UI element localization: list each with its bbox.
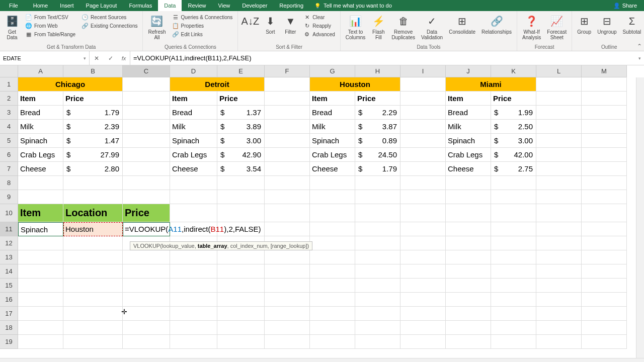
cell-B5[interactable]: $1.47 [63,134,123,148]
col-header-G[interactable]: G [310,65,355,77]
cell-F11[interactable] [265,222,310,236]
cell-K19[interactable] [491,335,536,349]
cell-A17[interactable] [18,307,63,321]
collapse-ribbon-button[interactable]: ⌃ [637,43,642,50]
cell-K10[interactable] [491,204,536,222]
cell-B17[interactable] [63,307,123,321]
cell-G6[interactable]: Crab Legs [310,148,355,162]
cell-E4[interactable]: $3.89 [217,120,265,134]
cell-I12[interactable] [400,236,446,250]
cell-B10[interactable]: Location [63,204,123,222]
cell-I3[interactable] [400,106,446,120]
cell-B2[interactable]: Price [63,92,123,106]
cell-C8[interactable] [123,176,170,190]
row-header-7[interactable]: 7 [0,162,18,176]
from-text-csv-button[interactable]: 📄From Text/CSV [23,13,77,21]
cell-B15[interactable] [63,279,123,293]
cell-K5[interactable]: $3.00 [491,134,536,148]
existing-connections-button[interactable]: 🔗Existing Connections [79,22,139,30]
cell-A7[interactable]: Cheese [18,162,63,176]
cell-D19[interactable] [170,335,217,349]
col-header-B[interactable]: B [63,65,123,77]
cell-E16[interactable] [217,293,265,307]
cell-G16[interactable] [310,293,355,307]
cell-E19[interactable] [217,335,265,349]
cell-H13[interactable] [355,250,400,264]
cell-H2[interactable]: Price [355,92,400,106]
cell-H19[interactable] [355,335,400,349]
cell-H12[interactable] [355,236,400,250]
cell-M11[interactable] [582,222,627,236]
spreadsheet[interactable]: ABCDEFGHIJKLM 12345678910111213141516171… [0,65,644,358]
cell-H15[interactable] [355,279,400,293]
name-box[interactable]: EDATE [0,51,90,65]
col-header-F[interactable]: F [265,65,310,77]
queries-button[interactable]: ☰Queries & Connections [170,13,235,21]
cell-A2[interactable]: Item [18,92,63,106]
cell-E17[interactable] [217,307,265,321]
cell-I7[interactable] [400,162,446,176]
cell-L8[interactable] [536,176,582,190]
cell-D9[interactable] [170,190,217,204]
cell-E3[interactable]: $1.37 [217,106,265,120]
cell-C9[interactable] [123,190,170,204]
row-header-12[interactable]: 12 [0,236,18,250]
cell-C16[interactable] [123,293,170,307]
cell-A16[interactable] [18,293,63,307]
remove-duplicates-button[interactable]: 🗑Remove Duplicates [389,13,417,41]
cell-C11[interactable]: =VLOOKUP(A11,indirect(B11),2,FALSE) [123,222,170,236]
row-header-1[interactable]: 1 [0,77,18,92]
row-header-3[interactable]: 3 [0,106,18,120]
cell-D14[interactable] [170,264,217,279]
cell-L17[interactable] [536,307,582,321]
cell-A18[interactable] [18,321,63,335]
cell-F17[interactable] [265,307,310,321]
cell-J18[interactable] [446,321,491,335]
group-button[interactable]: ⊞Group [575,13,593,36]
row-header-8[interactable]: 8 [0,176,18,190]
cell-C17[interactable] [123,307,170,321]
cell-L6[interactable] [536,148,582,162]
cell-M1[interactable] [582,77,627,92]
cell-K9[interactable] [491,190,536,204]
cell-I8[interactable] [400,176,446,190]
cell-B18[interactable] [63,321,123,335]
cell-K13[interactable] [491,250,536,264]
cell-M3[interactable] [582,106,627,120]
data-validation-button[interactable]: ✓Data Validation [419,13,445,41]
flash-fill-button[interactable]: ⚡Flash Fill [369,13,387,41]
cell-F19[interactable] [265,335,310,349]
cell-K2[interactable]: Price [491,92,536,106]
cell-H14[interactable] [355,264,400,279]
cell-F4[interactable] [265,120,310,134]
vertical-scrollbar[interactable] [636,77,644,358]
cell-C7[interactable] [123,162,170,176]
cell-E2[interactable]: Price [217,92,265,106]
cell-K15[interactable] [491,279,536,293]
ungroup-button[interactable]: ⊟Ungroup [595,13,618,36]
col-header-E[interactable]: E [217,65,265,77]
cell-G12[interactable] [310,236,355,250]
cell-J15[interactable] [446,279,491,293]
cell-E14[interactable] [217,264,265,279]
row-header-6[interactable]: 6 [0,148,18,162]
cell-M2[interactable] [582,92,627,106]
cell-J12[interactable] [446,236,491,250]
cell-F16[interactable] [265,293,310,307]
cell-J14[interactable] [446,264,491,279]
cell-H8[interactable] [355,176,400,190]
cell-I10[interactable] [400,204,446,222]
cell-H11[interactable] [355,222,400,236]
cell-I1[interactable] [400,77,446,92]
cell-J11[interactable] [446,222,491,236]
cell-L14[interactable] [536,264,582,279]
cell-M5[interactable] [582,134,627,148]
cell-G14[interactable] [310,264,355,279]
text-to-columns-button[interactable]: 📊Text to Columns [344,13,367,41]
cell-M16[interactable] [582,293,627,307]
tab-home[interactable]: Home [27,0,54,11]
cell-B8[interactable] [63,176,123,190]
cell-J8[interactable] [446,176,491,190]
cell-B7[interactable]: $2.80 [63,162,123,176]
cell-A19[interactable] [18,335,63,349]
